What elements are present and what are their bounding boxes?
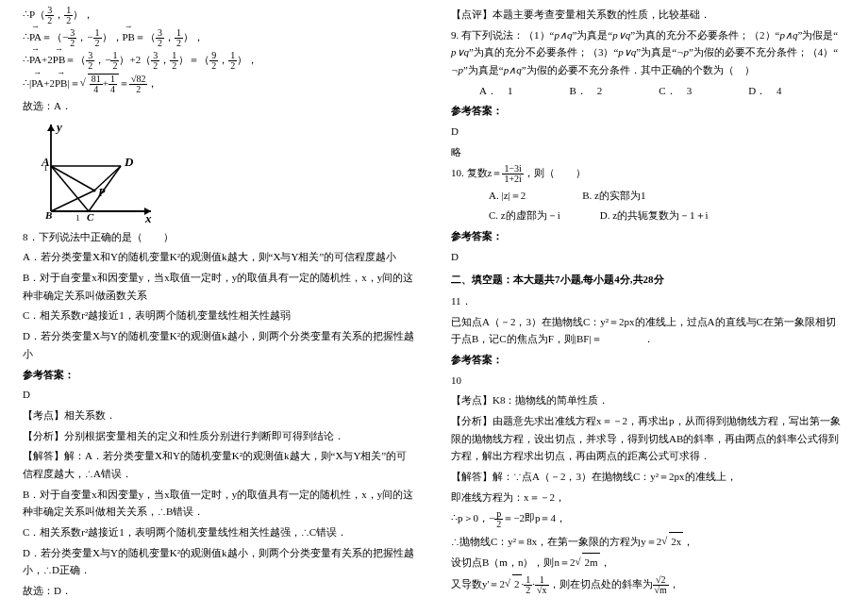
q8-option-b: B．对于自变量x和因变量y，当x取值一定时，y的取值具有一定的随机性，x，y间的… xyxy=(23,269,417,304)
vector-magnitude: ∴|PA+2PB|＝√814+14＝√822， xyxy=(23,74,417,94)
pa-pb-vectors: ∴PA＝（−32，−12），PB＝（32，12）， xyxy=(23,28,417,48)
q9-answer: D xyxy=(451,123,845,141)
p-coord: ∴P（32，12）， xyxy=(23,6,417,25)
q11-fenxi: 【分析】由题意先求出准线方程x＝－2，再求出p，从而得到抛物线方程，写出第一象限… xyxy=(451,412,845,465)
q11-jieda-3: ∴p＞0，−p2＝−2即p＝4， xyxy=(451,509,845,529)
q10-opt-d: D. z的共轭复数为－1＋i xyxy=(600,207,709,224)
q11-jieda-1: 【解答】解：∵点A（－2，3）在抛物线C：y²＝2px的准线上， xyxy=(451,468,845,486)
q9-stem: 9. 有下列说法：（1）“p∧q”为真是“p∨q”为真的充分不必要条件；（2）“… xyxy=(451,26,845,79)
q11-jieda-6: 又导数y'＝2√2·12·1√x，则在切点处的斜率为√2√m， xyxy=(451,574,845,595)
q8-option-a: A．若分类变量X和Y的随机变量K²的观测值k越大，则“X与Y相关”的可信程度越小 xyxy=(23,248,417,266)
svg-line-9 xyxy=(94,166,121,191)
q8-answer-label: 参考答案： xyxy=(23,366,417,384)
vector-sum: ∴PA+2PB＝（32，−12）+2（32，12）＝（92，12）， xyxy=(23,51,417,71)
label-C: C xyxy=(87,211,94,223)
q8-jieda-a: 【解答】解：A．若分类变量X和Y的随机变量K²的观测值k越大，则“X与Y相关”的… xyxy=(23,447,417,482)
q8-option-d: D．若分类变量X与Y的随机变量K²的观测值k越小，则两个分类变量有关系的把握性越… xyxy=(23,327,417,362)
q10-opt-a: A. |z|＝2 xyxy=(489,187,526,205)
answer-a: 故选：A． xyxy=(23,97,417,115)
q8-answer: D xyxy=(23,386,417,404)
q9-opt-a: A． 1 xyxy=(479,82,512,100)
right-column: 【点评】本题主要考查变量相关系数的性质，比较基础． 9. 有下列说法：（1）“p… xyxy=(434,0,868,614)
q8-final: 故选：D． xyxy=(23,582,417,600)
label-1-bottom: 1 xyxy=(75,213,80,223)
q10-opt-b: B. z的实部为1 xyxy=(582,187,645,205)
q11-kaodian: 【考点】K8：抛物线的简单性质． xyxy=(451,391,845,409)
svg-line-6 xyxy=(89,166,121,211)
svg-line-5 xyxy=(51,166,89,211)
q9-options: A． 1 B． 2 C． 3 D． 4 xyxy=(451,82,845,100)
q8-dianping: 【点评】本题主要考查变量相关系数的性质，比较基础． xyxy=(451,6,845,24)
q8-kaodian: 【考点】相关系数． xyxy=(23,407,417,424)
q8-jieda-b: B．对于自变量x和因变量y，当x取值一定时，y的取值具有一定的随机性，x，y间的… xyxy=(23,486,417,521)
q10-options-row1: A. |z|＝2 B. z的实部为1 xyxy=(451,187,845,205)
q9-opt-d: D． 4 xyxy=(748,82,781,100)
svg-point-10 xyxy=(93,189,96,191)
q8-fenxi: 【分析】分别根据变量相关的定义和性质分别进行判断即可得到结论． xyxy=(23,427,417,445)
q9-opt-b: B． 2 xyxy=(569,82,602,100)
q8-option-c: C．相关系数r²越接近1，表明两个随机变量线性相关性越弱 xyxy=(23,307,417,324)
q10-stem: 10. 复数z＝1−3i1+2i，则（ ） xyxy=(451,164,845,184)
label-1-left: 1 xyxy=(43,163,48,173)
svg-marker-3 xyxy=(47,124,55,131)
q10-options-row2: C. z的虚部为－i D. z的共轭复数为－1＋i xyxy=(451,207,845,224)
q9-answer-label: 参考答案： xyxy=(451,102,845,120)
q11-jieda-5: 设切点B（m，n），则n＝2√2m， xyxy=(451,553,845,572)
left-column: ∴P（32，12）， ∴PA＝（−32，−12），PB＝（32，12）， ∴PA… xyxy=(0,0,434,614)
q11-body: 已知点A（－2，3）在抛物线C：y²＝2px的准线上，过点A的直线与C在第一象限… xyxy=(451,313,845,348)
q9-opt-c: C． 3 xyxy=(659,82,692,100)
svg-line-8 xyxy=(51,191,94,211)
label-y: y xyxy=(55,120,62,134)
label-D: D xyxy=(124,155,134,169)
q9-answer-brief: 略 xyxy=(451,143,845,161)
q10-answer: D xyxy=(451,248,845,266)
q10-opt-c: C. z的虚部为－i xyxy=(489,207,560,224)
q8-jieda-d: D．若分类变量X与Y的随机变量K²的观测值k越小，则两个分类变量有关系的把握性越… xyxy=(23,544,417,579)
q11-number: 11． xyxy=(451,292,845,310)
q11-answer-label: 参考答案： xyxy=(451,351,845,369)
label-x: x xyxy=(144,211,152,223)
q11-jieda-2: 即准线方程为：x＝－2， xyxy=(451,489,845,506)
q8-stem: 8．下列说法中正确的是（ ） xyxy=(23,228,417,246)
section-2-title: 二、填空题：本大题共7小题,每小题4分,共28分 xyxy=(451,271,845,289)
svg-line-7 xyxy=(51,166,94,191)
q11-answer: 10 xyxy=(451,372,845,390)
q10-answer-label: 参考答案： xyxy=(451,227,845,245)
q11-jieda-4: ∴抛物线C：y²＝8x，在第一象限的方程为y＝2√2x， xyxy=(451,532,845,551)
coordinate-graph: A B C D P x y 1 1 xyxy=(30,119,158,223)
q8-jieda-c: C．相关系数r²越接近1，表明两个随机变量线性相关性越强，∴C错误． xyxy=(23,523,417,541)
